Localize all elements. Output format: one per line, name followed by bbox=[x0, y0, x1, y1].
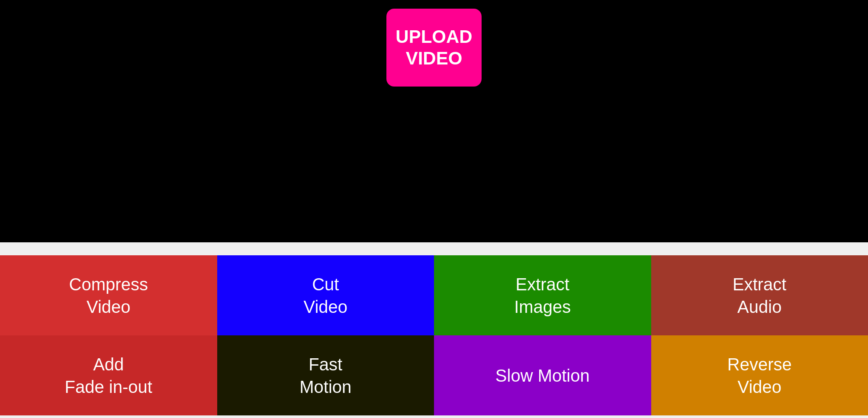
slow-motion-button[interactable]: Slow Motion bbox=[434, 335, 651, 415]
toolbar-area bbox=[0, 242, 868, 255]
video-area: UPLOADVIDEO bbox=[0, 0, 868, 242]
reverse-video-button[interactable]: ReverseVideo bbox=[651, 335, 868, 415]
upload-video-button[interactable]: UPLOADVIDEO bbox=[386, 9, 482, 87]
buttons-grid: CompressVideo CutVideo ExtractImages Ext… bbox=[0, 255, 868, 415]
reverse-video-label: ReverseVideo bbox=[727, 353, 792, 398]
compress-video-button[interactable]: CompressVideo bbox=[0, 255, 217, 335]
compress-video-label: CompressVideo bbox=[69, 273, 148, 318]
extract-audio-label: ExtractAudio bbox=[733, 273, 786, 318]
upload-button-label: UPLOADVIDEO bbox=[395, 26, 472, 70]
fast-motion-label: FastMotion bbox=[299, 353, 351, 398]
extract-audio-button[interactable]: ExtractAudio bbox=[651, 255, 868, 335]
add-fade-button[interactable]: AddFade in-out bbox=[0, 335, 217, 415]
cut-video-label: CutVideo bbox=[303, 273, 347, 318]
extract-images-label: ExtractImages bbox=[514, 273, 571, 318]
extract-images-button[interactable]: ExtractImages bbox=[434, 255, 651, 335]
fast-motion-button[interactable]: FastMotion bbox=[217, 335, 434, 415]
cut-video-button[interactable]: CutVideo bbox=[217, 255, 434, 335]
slow-motion-label: Slow Motion bbox=[495, 364, 590, 387]
add-fade-label: AddFade in-out bbox=[65, 353, 152, 398]
